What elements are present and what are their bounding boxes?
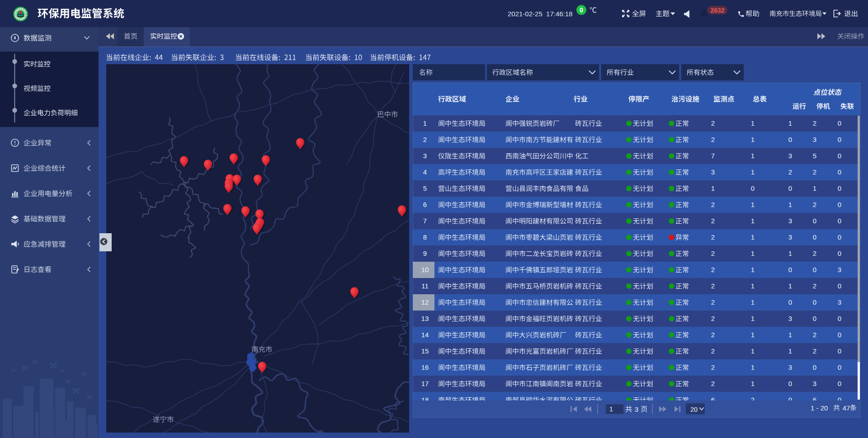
svg-text:0: 0 (838, 217, 841, 225)
svg-text:1: 1 (788, 250, 792, 257)
svg-text:2: 2 (711, 331, 715, 339)
svg-text:2: 2 (423, 136, 427, 143)
svg-text:1: 1 (813, 184, 816, 192)
svg-text:1: 1 (751, 331, 755, 339)
svg-text:2: 2 (711, 119, 715, 127)
svg-text:12: 12 (421, 298, 429, 306)
svg-text:1: 1 (751, 250, 755, 257)
svg-text:2: 2 (711, 266, 715, 273)
svg-text:2: 2 (813, 347, 816, 355)
svg-text:0: 0 (838, 250, 841, 257)
svg-text:0: 0 (838, 152, 841, 160)
svg-text:3: 3 (788, 152, 792, 160)
svg-text:1: 1 (711, 184, 715, 192)
svg-text:0: 0 (813, 233, 816, 241)
svg-text:0: 0 (838, 347, 841, 355)
svg-text:3: 3 (813, 136, 816, 143)
svg-text:0: 0 (813, 363, 816, 371)
svg-text:0: 0 (838, 201, 841, 208)
svg-text:2: 2 (813, 168, 816, 176)
svg-text:2: 2 (711, 217, 715, 225)
svg-text:0: 0 (838, 363, 841, 371)
svg-text:2: 2 (711, 363, 715, 371)
svg-text:11: 11 (421, 282, 429, 290)
svg-text:5: 5 (423, 184, 427, 192)
svg-text:3: 3 (635, 405, 638, 413)
svg-text:2: 2 (813, 201, 816, 208)
svg-text:0: 0 (838, 380, 841, 387)
svg-text:1: 1 (751, 347, 755, 355)
svg-text:0: 0 (838, 331, 841, 339)
svg-text:2: 2 (711, 347, 715, 355)
svg-text:13: 13 (421, 315, 429, 322)
svg-text:3: 3 (813, 380, 816, 387)
svg-text:7: 7 (423, 217, 427, 225)
svg-text:0: 0 (788, 298, 792, 306)
svg-text:2: 2 (711, 233, 715, 241)
svg-text:0: 0 (788, 184, 792, 192)
svg-text:3: 3 (788, 363, 792, 371)
svg-text:0: 0 (788, 380, 792, 387)
svg-text:3: 3 (838, 298, 841, 306)
svg-text:2: 2 (711, 282, 715, 290)
svg-text:5: 5 (813, 152, 816, 160)
svg-text:6: 6 (423, 201, 427, 208)
svg-text:7: 7 (711, 152, 715, 160)
svg-text:0: 0 (813, 298, 816, 306)
svg-text:0: 0 (813, 315, 816, 322)
svg-text:0: 0 (838, 233, 841, 241)
svg-text:17: 17 (421, 380, 429, 387)
svg-text:3: 3 (711, 168, 715, 176)
svg-text:1: 1 (751, 315, 755, 322)
svg-text:0: 0 (788, 136, 792, 143)
svg-text:2632: 2632 (710, 7, 724, 14)
svg-text:1: 1 (751, 152, 755, 160)
svg-text:20: 20 (690, 406, 698, 413)
svg-text:2: 2 (788, 168, 792, 176)
svg-text:0: 0 (838, 119, 841, 127)
svg-text:1: 1 (751, 201, 755, 208)
svg-text:1: 1 (751, 217, 755, 225)
svg-text:1: 1 (423, 119, 427, 127)
svg-text:2: 2 (711, 201, 715, 208)
svg-text:10: 10 (421, 266, 429, 273)
svg-text:9: 9 (423, 250, 427, 257)
svg-text:15: 15 (421, 347, 429, 355)
svg-text:1: 1 (788, 201, 792, 208)
svg-text:2: 2 (711, 315, 715, 322)
svg-text:1: 1 (751, 266, 755, 273)
svg-text:16: 16 (421, 363, 429, 371)
svg-text:1 - 20: 1 - 20 (811, 404, 828, 412)
svg-text:3: 3 (788, 233, 792, 241)
svg-text:3: 3 (788, 315, 792, 322)
svg-text:3: 3 (423, 152, 427, 160)
svg-text:2: 2 (711, 136, 715, 143)
svg-text:1: 1 (788, 282, 792, 290)
svg-text:1: 1 (751, 282, 755, 290)
svg-text:2: 2 (813, 119, 816, 127)
svg-text:1: 1 (751, 363, 755, 371)
svg-text:1: 1 (751, 233, 755, 241)
svg-text:14: 14 (421, 331, 429, 339)
svg-text:1: 1 (788, 119, 792, 127)
svg-text:3: 3 (838, 266, 841, 273)
svg-text:0: 0 (788, 266, 792, 273)
svg-text:2: 2 (711, 380, 715, 387)
svg-text:0: 0 (813, 217, 816, 225)
svg-text:1: 1 (751, 380, 755, 387)
svg-text:2021-02-25 17:46:18: 2021-02-25 17:46:18 (508, 10, 572, 18)
svg-text:2: 2 (711, 250, 715, 257)
svg-text:0: 0 (838, 315, 841, 322)
svg-text:0: 0 (751, 184, 755, 192)
svg-text:2: 2 (711, 298, 715, 306)
svg-text:4: 4 (423, 168, 427, 176)
svg-text:0: 0 (838, 168, 841, 176)
svg-text:47: 47 (843, 404, 850, 412)
svg-text:0: 0 (838, 184, 841, 192)
svg-text:2: 2 (813, 331, 816, 339)
svg-text:8: 8 (423, 233, 427, 241)
svg-text:0: 0 (580, 6, 583, 14)
svg-text:3: 3 (788, 217, 792, 225)
svg-text:0: 0 (838, 282, 841, 290)
svg-text:2: 2 (813, 250, 816, 257)
